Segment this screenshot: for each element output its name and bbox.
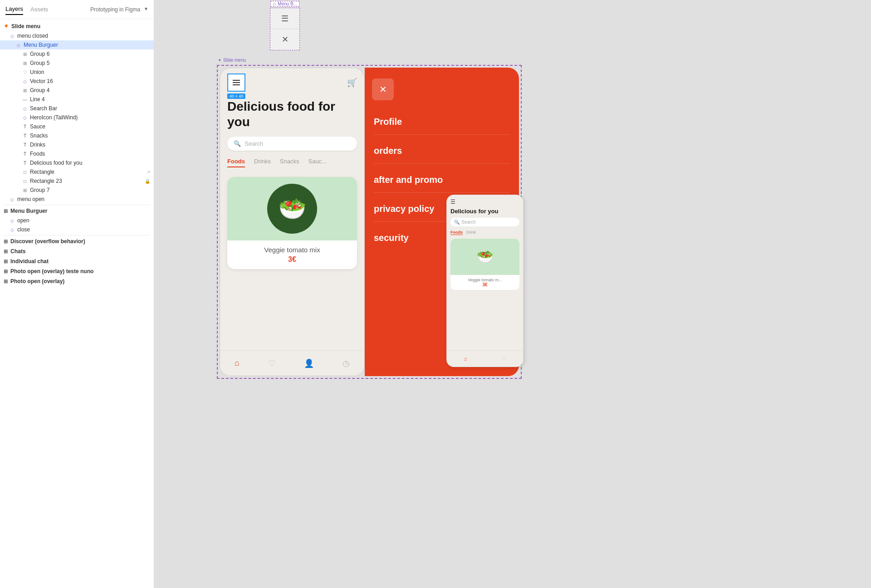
sidebar-item-photo-open-2[interactable]: ⊞ Photo open (overlay): [0, 276, 154, 286]
category-sauce[interactable]: Sauc...: [308, 158, 326, 167]
food-image: [267, 184, 317, 234]
frame-icon: ⊞: [4, 279, 8, 284]
mini-phone-header: ☰: [447, 195, 523, 207]
mini-search-icon: 🔍: [454, 220, 460, 225]
sidebar-item-rectangle23[interactable]: □ Rectangle 23 🔒: [0, 176, 154, 186]
mini-phone-title: Delicious for you: [447, 207, 523, 216]
sidebar-item-vector16[interactable]: ◇ Vector 16: [0, 77, 154, 86]
layer-label: Menu Burguer: [10, 208, 47, 214]
sidebar-item-group5[interactable]: ⊞ Group 5: [0, 59, 154, 68]
sidebar-header: Layers Assets Prototyping in Figma ▼: [0, 0, 154, 19]
sidebar-item-delicious[interactable]: T Delicious food for you: [0, 158, 154, 167]
tab-layers[interactable]: Layers: [5, 4, 23, 15]
category-snacks[interactable]: Snacks: [280, 158, 299, 167]
sidebar-item-rectangle[interactable]: □ Rectangle ↗: [0, 167, 154, 176]
component-icon: ◇: [15, 42, 22, 48]
sidebar: Layers Assets Prototyping in Figma ▼ ✦ S…: [0, 0, 154, 588]
rect-icon: □: [22, 169, 28, 175]
sidebar-item-group6[interactable]: ⊞ Group 6: [0, 49, 154, 59]
slide-menu-title: Slide menu: [223, 58, 246, 63]
category-drinks[interactable]: Drinks: [254, 158, 271, 167]
close-slide-menu-button[interactable]: ✕: [372, 78, 394, 100]
hamburger-button[interactable]: ☰: [270, 8, 299, 29]
categories-tabs: Foods Drinks Snacks Sauc...: [220, 154, 364, 172]
sidebar-item-close[interactable]: ◇ close: [0, 225, 154, 234]
sidebar-item-discover[interactable]: ⊞ Discover (overflow behavior): [0, 236, 154, 246]
sidebar-item-sauce[interactable]: T Sauce: [0, 122, 154, 131]
sidebar-item-union[interactable]: ♡ Union: [0, 68, 154, 77]
nav-profile-icon[interactable]: 👤: [304, 358, 314, 368]
sidebar-item-snacks[interactable]: T Snacks: [0, 131, 154, 140]
tab-assets[interactable]: Assets: [30, 4, 48, 15]
menu-burger-label: ◇ Menu B...: [270, 1, 299, 7]
layer-label: Vector 16: [30, 78, 150, 84]
instance-icon: ◇: [9, 226, 15, 233]
phone-main-title: Delicious food for you: [220, 95, 364, 129]
food-name: Veggie tomato mix: [233, 246, 352, 254]
nav-home-icon[interactable]: ⌂: [235, 358, 240, 368]
sidebar-item-menu-burguer-section[interactable]: ⊞ Menu Burguer: [0, 206, 154, 216]
sidebar-item-menu-burguer[interactable]: ◇ Menu Burguer: [0, 40, 154, 49]
group-icon: ⊞: [22, 60, 28, 66]
sidebar-item-individual-chat[interactable]: ⊞ Individual chat: [0, 256, 154, 266]
mini-food-price: 3€: [453, 282, 517, 287]
mini-food-info: Veggie tomato m... 3€: [450, 275, 519, 290]
mini-cat-drink[interactable]: Drink: [466, 230, 476, 235]
nav-history-icon[interactable]: ◷: [343, 358, 350, 368]
mini-cat-foods[interactable]: Foods: [450, 230, 463, 235]
text-icon: T: [22, 132, 28, 139]
layer-label: Group 6: [30, 51, 150, 57]
menu-orders[interactable]: orders: [374, 138, 510, 164]
slide-menu-panel: ✕ Profile orders after and promo privacy…: [365, 68, 519, 376]
nav-favorite-icon[interactable]: ♡: [268, 358, 275, 368]
menu-burger-title: Menu B...: [278, 1, 297, 6]
vector-icon: ◇: [22, 78, 28, 84]
text-icon: T: [22, 123, 28, 130]
frame-icon: ⊞: [4, 259, 8, 265]
food-card-image: [227, 177, 357, 240]
sidebar-item-line4[interactable]: — Line 4: [0, 95, 154, 104]
hamburger-menu-button[interactable]: 40 × 40: [227, 74, 245, 92]
mini-categories: Foods Drink: [447, 228, 523, 237]
layer-label: Menu Burguer: [24, 42, 150, 48]
search-bar[interactable]: 🔍 Search: [227, 137, 357, 151]
layer-label: Search Bar: [30, 105, 150, 112]
mini-phone: ☰ Delicious for you 🔍 Search Foods Drink…: [446, 195, 524, 367]
sidebar-item-foods[interactable]: T Foods: [0, 149, 154, 158]
cart-icon[interactable]: 🛒: [347, 78, 357, 88]
mini-search-bar[interactable]: 🔍 Search: [450, 218, 519, 226]
hamburger-line-3: [233, 84, 240, 85]
menu-profile[interactable]: Profile: [374, 109, 510, 135]
layer-label: HeroIcon (TailWind): [30, 114, 150, 121]
sidebar-item-drinks[interactable]: T Drinks: [0, 140, 154, 149]
category-foods[interactable]: Foods: [227, 158, 245, 167]
sidebar-item-menu-closed[interactable]: ◇ menu closed: [0, 31, 154, 40]
sidebar-item-group4[interactable]: ⊞ Group 4: [0, 86, 154, 95]
text-icon: T: [22, 151, 28, 157]
sidebar-item-searchbar[interactable]: ◇ Search Bar: [0, 104, 154, 113]
sidebar-item-heroicon[interactable]: ◇ HeroIcon (TailWind): [0, 113, 154, 122]
sidebar-item-slide-menu[interactable]: ✦ Slide menu: [0, 21, 154, 31]
close-button[interactable]: ✕: [270, 29, 299, 50]
instance-icon: ◇: [9, 33, 15, 39]
menu-burger-buttons: ☰ ✕: [270, 8, 300, 50]
layer-label: Foods: [30, 151, 150, 157]
lock-badge: 🔒: [145, 179, 150, 184]
mini-food-image: 🥗: [450, 239, 519, 275]
menu-after-promo[interactable]: after and promo: [374, 167, 510, 193]
layer-label: Union: [30, 69, 150, 75]
sidebar-item-chats[interactable]: ⊞ Chats: [0, 246, 154, 256]
dropdown-icon[interactable]: ▼: [144, 6, 148, 13]
layer-label: Line 4: [30, 96, 150, 103]
frame-icon: ⊞: [4, 269, 8, 274]
bottom-nav: ⌂ ♡ 👤 ◷: [220, 350, 364, 376]
sidebar-item-menu-open[interactable]: ◇ menu open: [0, 195, 154, 204]
sidebar-item-photo-open[interactable]: ⊞ Photo open (overlay) teste nuno: [0, 266, 154, 276]
sidebar-item-open[interactable]: ◇ open: [0, 216, 154, 225]
breadcrumb-project[interactable]: Prototyping in Figma: [90, 6, 140, 13]
sidebar-item-group7[interactable]: ⊞ Group 7: [0, 186, 154, 195]
phone-frame: 40 × 40 🛒 Delicious food for you 🔍 Searc…: [220, 68, 365, 376]
layer-label: Rectangle: [30, 169, 145, 175]
frame-icon: ◇: [22, 114, 28, 121]
layer-label: Group 4: [30, 87, 150, 93]
